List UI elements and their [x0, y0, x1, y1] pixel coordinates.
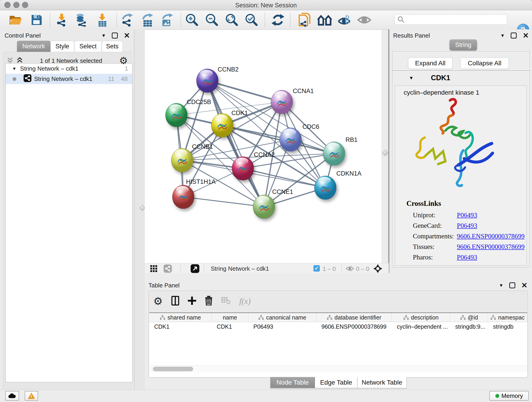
network-node-cdk1[interactable]: [211, 114, 233, 137]
fit-content-crosshair-icon[interactable]: [374, 264, 382, 274]
export-network-icon[interactable]: [121, 13, 134, 27]
cloud-button[interactable]: [5, 391, 19, 401]
expand-all-chevron-icon[interactable]: [17, 57, 23, 65]
crosslink-link[interactable]: 9606.ENSP00000378699: [457, 243, 525, 250]
grid-view-icon[interactable]: [150, 265, 157, 273]
left-splitter[interactable]: [134, 29, 145, 390]
node-count: 11: [108, 75, 114, 83]
save-session-icon[interactable]: [31, 14, 43, 26]
panel-menu-icon[interactable]: ▼: [101, 33, 106, 38]
panel-float-icon[interactable]: [112, 32, 118, 38]
network-canvas[interactable]: CCNB2CCNA1CDC25BCDK1CDC6RB1CCNB1CCNA2CDK…: [145, 30, 381, 263]
panel-close-icon[interactable]: ✕: [124, 33, 130, 38]
panel-float-icon[interactable]: [509, 282, 515, 288]
splitter-knob[interactable]: [139, 205, 145, 211]
add-column-icon[interactable]: [188, 297, 196, 306]
panel-menu-icon[interactable]: ▼: [500, 33, 505, 38]
column-header[interactable]: @id: [450, 313, 488, 322]
collapse-all-label: Collapse All: [468, 60, 501, 67]
zoom-in-icon[interactable]: [185, 13, 199, 27]
node-label: CDKN1A: [336, 170, 361, 177]
network-node-ccna1[interactable]: [271, 90, 293, 114]
network-options-gear-icon[interactable]: ⚙: [119, 56, 128, 65]
section-expander-icon[interactable]: ▼: [409, 75, 413, 81]
collapse-all-button[interactable]: Collapse All: [460, 57, 509, 69]
table-cell[interactable]: cyclin–dependent ...: [392, 322, 450, 331]
scrollbar-thumb[interactable]: [153, 367, 193, 371]
network-node-ccne1[interactable]: [253, 195, 275, 219]
warnings-button[interactable]: !: [25, 391, 38, 401]
import-network-database-icon[interactable]: [75, 13, 89, 27]
column-header-label: database identifier: [335, 314, 381, 321]
collapse-all-chevron-icon[interactable]: [7, 57, 13, 65]
hidden-eye-icon[interactable]: [346, 265, 354, 273]
network-row[interactable]: String Network – cdk1 11 48: [6, 74, 132, 84]
export-table-icon[interactable]: [141, 13, 154, 27]
hide-panels-eye-icon[interactable]: [337, 13, 351, 26]
table-cell[interactable]: P06493: [248, 322, 317, 331]
tree-expander-icon[interactable]: ▼: [12, 66, 17, 71]
show-columns-icon[interactable]: [171, 296, 179, 306]
homes-icon[interactable]: [317, 14, 332, 26]
panel-float-icon[interactable]: [511, 32, 517, 38]
memory-button[interactable]: Memory: [489, 391, 529, 401]
panel-close-icon[interactable]: ✕: [523, 33, 529, 38]
import-network-file-icon[interactable]: [55, 13, 69, 27]
crosslink-link[interactable]: P06493: [457, 222, 477, 230]
network-node-ccnb2[interactable]: [196, 69, 218, 93]
results-panel: Results Panel ▼ ✕ String Expand All Coll…: [389, 29, 532, 280]
tab-select[interactable]: Select: [74, 41, 102, 52]
table-cell[interactable]: stringdb: [488, 322, 527, 331]
table-cell[interactable]: CDK1: [212, 322, 248, 331]
tab-style[interactable]: Style: [51, 41, 74, 52]
table-cell[interactable]: CDK1: [149, 322, 212, 331]
network-node-rb1[interactable]: [323, 142, 345, 166]
network-node-cdc6[interactable]: [279, 128, 302, 152]
tab-sets[interactable]: Sets: [102, 41, 123, 52]
tab-edge-table[interactable]: Edge Table: [315, 377, 357, 388]
column-header[interactable]: description: [392, 313, 450, 322]
tab-node-table[interactable]: Node Table: [270, 377, 315, 388]
column-header[interactable]: name: [212, 313, 248, 322]
table-cell[interactable]: 9606.ENSP00000378699: [317, 322, 392, 331]
crosslink-link[interactable]: 9606.ENSP00000378699: [457, 232, 525, 240]
string-view-icon[interactable]: [164, 264, 172, 274]
zoom-out-icon[interactable]: [205, 13, 219, 27]
tab-string[interactable]: String: [450, 39, 477, 51]
column-header[interactable]: shared name: [149, 313, 212, 322]
expand-all-button[interactable]: Expand All: [408, 57, 452, 69]
table-row[interactable]: CDK1CDK1P064939606.ENSP00000378699cyclin…: [149, 322, 527, 331]
network-node-ccna2[interactable]: [232, 157, 254, 180]
panel-close-icon[interactable]: ✕: [521, 283, 527, 288]
import-table-icon[interactable]: [96, 13, 109, 27]
tab-network[interactable]: Network: [17, 41, 51, 52]
export-image-icon[interactable]: [161, 13, 174, 27]
column-header[interactable]: namespac: [488, 313, 527, 322]
refresh-icon[interactable]: [272, 13, 284, 26]
crosslink-link[interactable]: P06493: [457, 254, 477, 261]
gene-section-header[interactable]: ▼ CDK1: [393, 71, 530, 85]
network-node-cdc25b[interactable]: [165, 103, 187, 127]
tab-network-table[interactable]: Network Table: [357, 377, 406, 388]
column-header-label: @id: [468, 314, 478, 321]
network-node-ccnb1[interactable]: [171, 148, 193, 172]
horizontal-scrollbar[interactable]: [150, 365, 527, 372]
selected-checkbox-icon[interactable]: ✓: [313, 265, 320, 272]
column-header[interactable]: database identifier: [317, 313, 392, 322]
zoom-fit-icon[interactable]: [225, 13, 239, 27]
crosslink-row: Pharos:P06493: [413, 254, 523, 264]
table-options-gear-icon[interactable]: ⚙: [153, 296, 163, 306]
splitter-knob[interactable]: [382, 150, 388, 156]
search-input[interactable]: [394, 14, 507, 25]
zoom-selected-icon[interactable]: [245, 13, 259, 27]
crosslink-link[interactable]: P06493: [457, 211, 477, 219]
column-header[interactable]: canonical name: [248, 313, 317, 322]
annotation-document-icon[interactable]: [298, 13, 311, 27]
network-node-cdkn1a[interactable]: [314, 176, 336, 200]
panel-menu-icon[interactable]: ▼: [499, 283, 503, 288]
network-node-hist1h1a[interactable]: [172, 185, 194, 209]
table-cell[interactable]: stringdb:9...: [450, 322, 488, 331]
open-session-icon[interactable]: [9, 14, 22, 26]
delete-column-trash-icon[interactable]: [205, 296, 213, 306]
birdseye-view-icon[interactable]: [191, 264, 199, 274]
